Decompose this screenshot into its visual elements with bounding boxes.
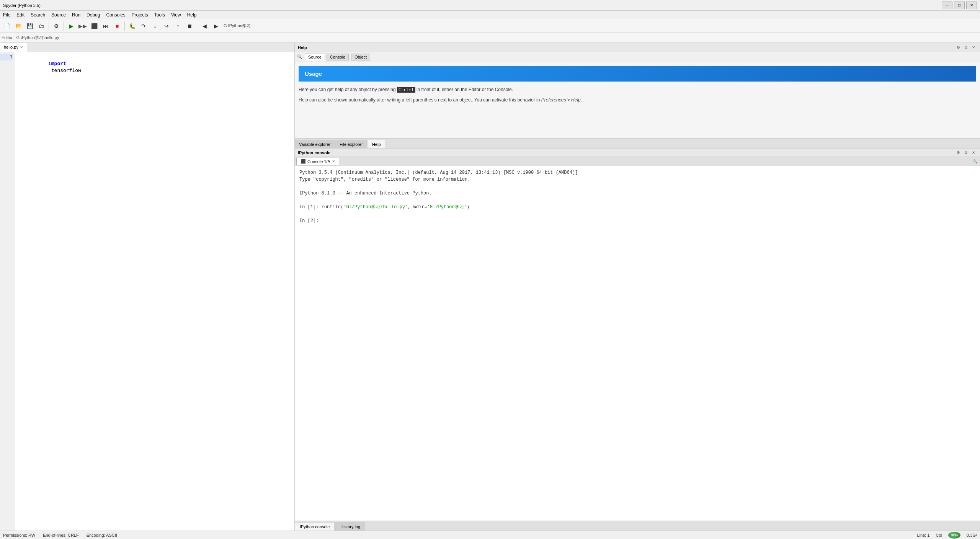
toolbar-sep-3 <box>124 21 125 31</box>
help-panel: Help ⚙ ⧉ ✕ 🔍 Source Console Object Usage <box>295 43 980 139</box>
toolbar-sep-2 <box>64 21 64 31</box>
status-memory: 0.3G/ <box>967 533 977 537</box>
open-file-button[interactable]: 📂 <box>13 21 24 31</box>
ipython-search-btn[interactable]: 🔍 <box>972 158 978 165</box>
menu-source[interactable]: Source <box>48 11 69 19</box>
help-tab-console[interactable]: Console <box>327 54 349 60</box>
help-search-icon: 🔍 <box>297 54 302 59</box>
menu-consoles[interactable]: Consoles <box>103 11 128 19</box>
in1-wdir: 'G:/Python学习' <box>427 204 467 210</box>
nav-back-button[interactable]: ◀ <box>199 21 210 31</box>
ipython-version-text: IPython 6.1.0 -- An enhanced Interactive… <box>299 191 432 196</box>
preferences-button[interactable]: ⚙ <box>51 21 62 31</box>
close-button[interactable]: ✕ <box>966 2 977 9</box>
tab-help[interactable]: Help <box>368 140 385 148</box>
copyright-line: Type "copyright", "credits" or "license"… <box>299 176 975 183</box>
editor-tab-close[interactable]: ✕ <box>20 45 23 49</box>
preferences-link: Preferences > Help <box>541 97 581 103</box>
python-version-line: Python 3.5.4 |Continuum Analytics, Inc.|… <box>299 169 975 176</box>
ipython-options-btn[interactable]: ⚙ <box>955 150 962 156</box>
in1-prompt: In [1]: <box>299 204 322 210</box>
main-layout: hello.py ✕ 1 import tensorflow Help <box>0 43 980 531</box>
in2-line[interactable]: In [2]: <box>299 217 975 224</box>
ipython-tab-bar: ⬛ Console 1/A ✕ 🔍 <box>295 157 980 166</box>
help-panel-options[interactable]: ⚙ <box>955 44 962 51</box>
ipython-panel: IPython console ⚙ ⧉ ✕ ⬛ Console 1/A ✕ 🔍 <box>295 149 980 531</box>
ipython-undock-btn[interactable]: ⧉ <box>962 150 969 156</box>
step-button[interactable]: ↷ <box>138 21 149 31</box>
ipython-header: IPython console ⚙ ⧉ ✕ <box>295 149 980 157</box>
stop-button[interactable]: ■ <box>112 21 122 31</box>
save-file-button[interactable]: 💾 <box>24 21 35 31</box>
code-line-1: import tensorflow <box>18 54 291 60</box>
menu-edit[interactable]: Edit <box>13 11 28 19</box>
help-text-content: Here you can get help of any object by p… <box>299 86 976 104</box>
status-percentage: 32% <box>951 533 958 537</box>
editor-code-area[interactable]: 1 import tensorflow <box>0 52 294 531</box>
ipython-panel-title: IPython console <box>298 150 330 155</box>
ipython-version-line: IPython 6.1.0 -- An enhanced Interactive… <box>299 190 975 197</box>
help-tab-object[interactable]: Object <box>351 54 370 60</box>
maximize-button[interactable]: □ <box>954 2 965 9</box>
menu-file[interactable]: File <box>0 11 13 19</box>
in1-runfile: runfile( <box>322 204 344 210</box>
in1-line: In [1]: runfile('G:/Python学习/hello.py', … <box>299 204 975 211</box>
ipython-close-btn[interactable]: ✕ <box>970 150 977 156</box>
run-cell-button[interactable]: ⬛ <box>89 21 100 31</box>
usage-box: Usage <box>299 66 976 82</box>
in1-path: 'G:/Python学习/hello.py' <box>343 204 408 210</box>
minimize-button[interactable]: ─ <box>942 2 952 9</box>
menu-debug[interactable]: Debug <box>83 11 103 19</box>
console-content[interactable]: Python 3.5.4 |Continuum Analytics, Inc.|… <box>295 166 980 521</box>
ipython-console-tab[interactable]: ⬛ Console 1/A ✕ <box>296 158 339 165</box>
bottom-tab-ipython[interactable]: IPython console <box>295 522 335 531</box>
line-num-1: 1 <box>0 54 13 60</box>
run-cell-advance-button[interactable]: ⏭ <box>100 21 111 31</box>
help-tab-source[interactable]: Source <box>305 54 325 60</box>
tab-file-explorer[interactable]: File explorer <box>335 140 367 148</box>
keyboard-shortcut: Ctrl+I <box>397 87 415 93</box>
panel-tab-bar: Variable explorer File explorer Help <box>295 139 980 149</box>
step-into-button[interactable]: ↓ <box>150 21 160 31</box>
menu-run[interactable]: Run <box>69 11 83 19</box>
run-button[interactable]: ▶ <box>66 21 77 31</box>
nav-forward-button[interactable]: ▶ <box>211 21 221 31</box>
usage-title: Usage <box>305 70 322 77</box>
keyword-import: import <box>48 61 66 67</box>
code-text-tensorflow: tensorflow <box>48 68 81 74</box>
main-toolbar: 📄 📂 💾 🗂 ⚙ ▶ ▶▶ ⬛ ⏭ ■ 🐛 ↷ ↓ ↪ ↑ ⏹ ◀ ▶ G:\… <box>0 19 980 33</box>
code-content[interactable]: import tensorflow <box>15 52 294 531</box>
ipython-panel-controls[interactable]: ⚙ ⧉ ✕ <box>955 150 977 156</box>
help-panel-controls[interactable]: ⚙ ⧉ ✕ <box>955 44 977 51</box>
continue-button[interactable]: ↪ <box>161 21 172 31</box>
menu-help[interactable]: Help <box>184 11 200 19</box>
right-panel: Help ⚙ ⧉ ✕ 🔍 Source Console Object Usage <box>295 43 980 531</box>
new-file-button[interactable]: 📄 <box>2 21 12 31</box>
save-all-button[interactable]: 🗂 <box>36 21 47 31</box>
debug-button[interactable]: 🐛 <box>127 21 137 31</box>
stop-debug-button[interactable]: ⏹ <box>184 21 195 31</box>
help-panel-toolbar: 🔍 Source Console Object <box>295 52 980 62</box>
editor-tab-bar: hello.py ✕ <box>0 43 294 52</box>
ipython-tab-close[interactable]: ✕ <box>332 159 335 163</box>
menu-tools[interactable]: Tools <box>151 11 168 19</box>
menu-search[interactable]: Search <box>28 11 48 19</box>
window-title: Spyder (Python 3.5) <box>3 3 41 8</box>
help-panel-header: Help ⚙ ⧉ ✕ <box>295 43 980 52</box>
editor-path-label: Editor - G:\Python学习\hello.py <box>2 35 59 41</box>
help-panel-undock[interactable]: ⧉ <box>962 44 969 51</box>
step-out-button[interactable]: ↑ <box>173 21 183 31</box>
help-tabs: Source Console <box>305 54 349 60</box>
editor-tab-hello[interactable]: hello.py ✕ <box>0 43 27 52</box>
help-paragraph-2: Help can also be shown automatically aft… <box>299 96 976 104</box>
window-controls[interactable]: ─ □ ✕ <box>942 2 977 9</box>
status-eol: End-of-lines: CRLF <box>43 533 79 537</box>
run-file-button[interactable]: ▶▶ <box>77 21 88 31</box>
bottom-tab-history[interactable]: History log <box>335 522 365 531</box>
help-panel-close[interactable]: ✕ <box>970 44 977 51</box>
in1-comma: , wdir= <box>408 204 427 210</box>
tab-variable-explorer[interactable]: Variable explorer <box>295 140 335 148</box>
menu-projects[interactable]: Projects <box>129 11 151 19</box>
working-dir-display: G:\Python学习 <box>224 23 251 29</box>
menu-view[interactable]: View <box>168 11 184 19</box>
